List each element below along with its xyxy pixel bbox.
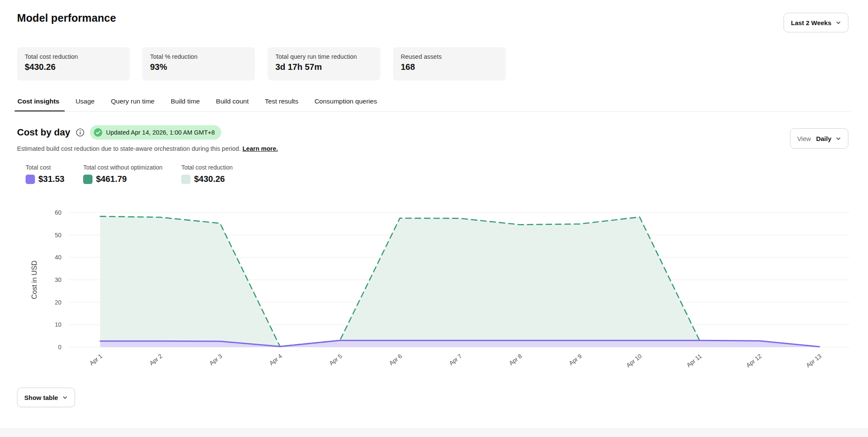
- svg-text:Apr 7: Apr 7: [448, 353, 463, 367]
- show-table-button[interactable]: Show table: [17, 388, 75, 407]
- legend-item-total-cost: Total cost $31.53: [26, 164, 64, 184]
- stat-value: 93%: [150, 62, 247, 72]
- section-title: Cost by day: [17, 127, 70, 138]
- svg-text:Apr 5: Apr 5: [328, 353, 343, 367]
- svg-text:0: 0: [58, 344, 61, 351]
- legend-item-total-cost-reduction: Total cost reduction $430.26: [181, 164, 233, 184]
- page-title: Model performance: [17, 12, 851, 24]
- svg-text:20: 20: [55, 299, 61, 306]
- svg-text:Apr 3: Apr 3: [208, 353, 223, 367]
- date-range-value: Last 2 Weeks: [791, 19, 831, 26]
- stat-value: 168: [401, 62, 498, 72]
- updated-badge-text: Updated Apr 14, 2026, 1:00 AM GMT+8: [106, 129, 215, 136]
- stat-card-total-percent-reduction: Total % reduction 93%: [142, 47, 255, 80]
- cost-by-day-chart: 0102030405060Cost in USDApr 1Apr 2Apr 3A…: [17, 205, 851, 376]
- svg-text:Apr 1: Apr 1: [88, 353, 104, 367]
- legend-swatch-light-green: [181, 175, 191, 184]
- svg-text:Apr 13: Apr 13: [804, 353, 823, 369]
- legend-label: Total cost reduction: [181, 164, 233, 171]
- stat-card-query-run-time-reduction: Total query run time reduction 3d 17h 57…: [268, 47, 380, 80]
- chart-legend: Total cost $31.53 Total cost without opt…: [17, 164, 851, 184]
- legend-item-total-cost-without-optimization: Total cost without optimization $461.79: [83, 164, 162, 184]
- svg-text:Apr 12: Apr 12: [745, 353, 763, 369]
- section-header: Cost by day Updated Apr 14, 2026, 1:00 A…: [17, 125, 851, 140]
- view-selector-prefix: View: [797, 135, 811, 142]
- svg-text:40: 40: [55, 254, 61, 261]
- legend-value: $31.53: [38, 174, 64, 184]
- svg-text:Cost in USD: Cost in USD: [30, 261, 38, 299]
- svg-text:Apr 11: Apr 11: [685, 353, 703, 368]
- tab-consumption-queries[interactable]: Consumption queries: [314, 98, 377, 111]
- tab-build-time[interactable]: Build time: [171, 98, 200, 111]
- tab-build-count[interactable]: Build count: [216, 98, 249, 111]
- chevron-down-icon: [836, 20, 841, 26]
- stat-label: Reused assets: [401, 53, 498, 60]
- tab-query-run-time[interactable]: Query run time: [110, 98, 155, 111]
- svg-text:Apr 9: Apr 9: [567, 353, 583, 367]
- section-description: Estimated build cost reduction due to st…: [17, 145, 851, 152]
- bottom-divider: [0, 428, 868, 437]
- view-selector-value: Daily: [816, 135, 831, 142]
- legend-swatch-purple: [26, 175, 35, 184]
- view-granularity-selector[interactable]: View Daily: [790, 128, 848, 149]
- section-description-text: Estimated build cost reduction due to st…: [17, 145, 241, 152]
- svg-text:10: 10: [55, 321, 61, 328]
- info-icon[interactable]: [76, 128, 84, 137]
- tab-usage[interactable]: Usage: [75, 98, 95, 111]
- check-circle-icon: [94, 128, 102, 137]
- svg-text:Apr 6: Apr 6: [388, 353, 403, 367]
- legend-label: Total cost without optimization: [83, 164, 162, 171]
- stat-label: Total % reduction: [150, 53, 247, 60]
- svg-text:Apr 10: Apr 10: [625, 353, 643, 369]
- stat-value: $430.26: [25, 62, 122, 72]
- updated-badge: Updated Apr 14, 2026, 1:00 AM GMT+8: [90, 125, 221, 140]
- chart-canvas: 0102030405060Cost in USDApr 1Apr 2Apr 3A…: [17, 205, 851, 376]
- tab-cost-insights[interactable]: Cost insights: [17, 98, 60, 111]
- stat-card-reused-assets: Reused assets 168: [393, 47, 506, 80]
- svg-text:50: 50: [55, 232, 61, 239]
- stat-label: Total query run time reduction: [275, 53, 373, 60]
- chevron-down-icon: [836, 136, 841, 141]
- legend-swatch-green: [83, 175, 93, 184]
- show-table-label: Show table: [24, 394, 58, 401]
- learn-more-link[interactable]: Learn more.: [243, 145, 278, 152]
- svg-text:60: 60: [55, 209, 61, 216]
- svg-text:Apr 2: Apr 2: [148, 353, 163, 367]
- tab-bar: Cost insights Usage Query run time Build…: [17, 98, 851, 112]
- stats-row: Total cost reduction $430.26 Total % red…: [17, 47, 851, 80]
- tab-test-results[interactable]: Test results: [264, 98, 298, 111]
- date-range-selector[interactable]: Last 2 Weeks: [784, 13, 848, 32]
- svg-text:Apr 4: Apr 4: [268, 353, 283, 367]
- svg-text:Apr 8: Apr 8: [508, 353, 523, 367]
- model-performance-page: Model performance Last 2 Weeks Total cos…: [0, 0, 868, 437]
- stat-card-total-cost-reduction: Total cost reduction $430.26: [17, 47, 130, 80]
- chevron-down-icon: [62, 395, 68, 400]
- svg-text:30: 30: [55, 276, 61, 283]
- stat-value: 3d 17h 57m: [275, 62, 373, 72]
- stat-label: Total cost reduction: [25, 53, 122, 60]
- legend-value: $461.79: [96, 174, 127, 184]
- legend-value: $430.26: [194, 174, 225, 184]
- legend-label: Total cost: [26, 164, 64, 171]
